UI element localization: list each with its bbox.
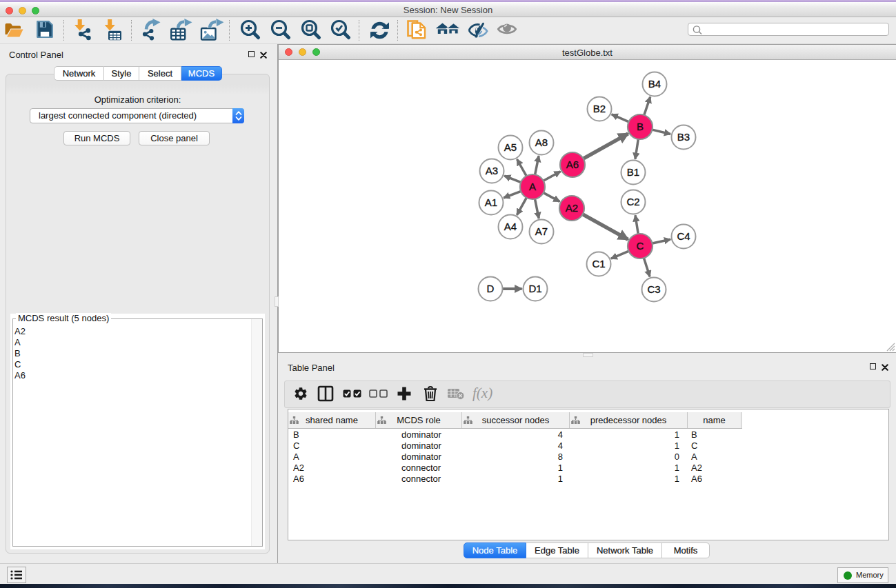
svg-text:A3: A3 bbox=[486, 165, 498, 176]
svg-text:C4: C4 bbox=[677, 230, 690, 242]
svg-text:B1: B1 bbox=[627, 166, 639, 178]
svg-text:D1: D1 bbox=[528, 283, 541, 294]
svg-text:B2: B2 bbox=[593, 103, 606, 114]
svg-text:A7: A7 bbox=[535, 225, 548, 237]
svg-text:A2: A2 bbox=[566, 202, 578, 214]
svg-text:C: C bbox=[637, 240, 644, 252]
svg-text:A4: A4 bbox=[504, 221, 517, 232]
svg-text:B3: B3 bbox=[677, 131, 690, 143]
svg-text:D: D bbox=[487, 283, 495, 294]
svg-text:C1: C1 bbox=[592, 258, 605, 270]
svg-text:B4: B4 bbox=[648, 78, 661, 90]
svg-text:A1: A1 bbox=[485, 196, 497, 208]
svg-text:A6: A6 bbox=[566, 159, 579, 170]
svg-text:C3: C3 bbox=[647, 283, 660, 295]
svg-text:A5: A5 bbox=[504, 141, 517, 153]
svg-text:A: A bbox=[529, 181, 536, 192]
svg-text:C2: C2 bbox=[626, 196, 639, 207]
svg-text:A8: A8 bbox=[535, 136, 548, 148]
svg-text:B: B bbox=[637, 121, 644, 132]
